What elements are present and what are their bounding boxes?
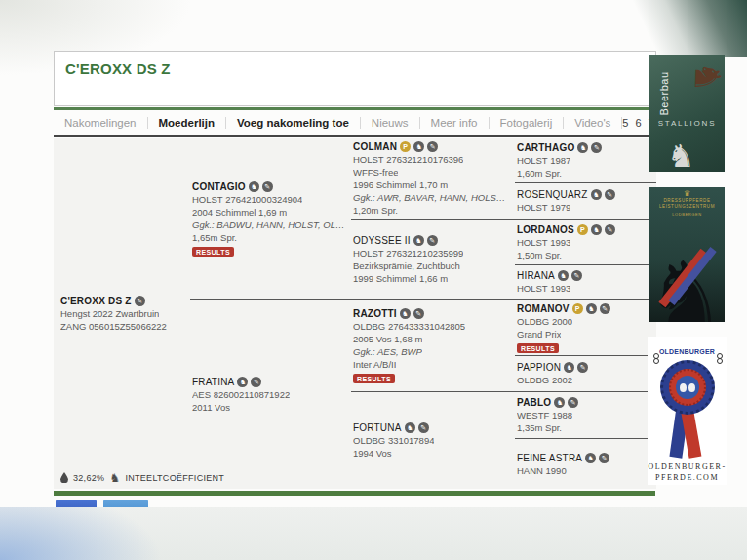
edit-icon[interactable]: ✎ <box>135 296 145 306</box>
horse-name-link[interactable]: PAPPION <box>517 361 561 374</box>
horse-name-link[interactable]: ROMANOV <box>517 302 570 315</box>
pedigree-icon[interactable]: ♞ <box>591 224 602 235</box>
tab-videos[interactable]: Video's <box>564 117 622 129</box>
results-badge[interactable]: RESULTS <box>353 374 395 383</box>
title-box: C'EROXX DS Z <box>54 51 656 106</box>
horse-detail-line: HOLST 276321210235999 <box>353 247 463 260</box>
tab-moederlijn[interactable]: Moederlijn <box>148 117 227 129</box>
pedigree-icon[interactable]: ♞ <box>564 362 574 373</box>
pedigree-cell-dam: FRATINA♞✎AES 8260021108719222011 Vos <box>190 300 351 489</box>
horse-detail-line: 1996 Schimmel 1,70 m <box>353 179 448 191</box>
results-badge[interactable]: RESULTS <box>517 343 559 353</box>
horse-name-link[interactable]: RAZOTTI <box>353 307 397 320</box>
page-link-5[interactable]: 5 <box>622 117 628 129</box>
tab-nieuws[interactable]: Nieuws <box>361 117 420 129</box>
pedigree-icon[interactable]: ♞ <box>405 422 415 433</box>
edit-icon[interactable]: ✎ <box>413 308 424 319</box>
pedigree-cell-pappion: PAPPION♞✎OLDBG 2002 <box>515 356 656 392</box>
horse-detail-line: HOLST 1993 <box>517 282 570 295</box>
rosette <box>660 360 715 415</box>
pedigree-icon[interactable]: ♞ <box>577 142 588 153</box>
edit-icon[interactable]: ✎ <box>591 142 602 153</box>
pedigree-cell-romanov: ROMANOVP♞✎OLDBG 2000Grand PrixRESULTS <box>515 300 656 356</box>
horse-name-link[interactable]: FORTUNA <box>353 421 402 434</box>
grey-horse-image: ♞ <box>667 142 695 170</box>
tab-meer-info[interactable]: Meer info <box>420 117 490 129</box>
pedigree-icon[interactable]: ♞ <box>585 453 596 463</box>
horse-detail-line: HOLST 1993 <box>517 236 570 249</box>
pedigree-cell-lordanos: LORDANOSP♞✎HOLST 19931,50m Spr. <box>515 220 656 265</box>
pedigree-icon[interactable]: ♞ <box>586 303 597 314</box>
horse-name-link[interactable]: LORDANOS <box>517 223 574 236</box>
tab-fotogalerij[interactable]: Fotogalerij <box>490 117 565 129</box>
chain-icon <box>653 353 657 363</box>
inbreeding-value: 32,62% <box>73 473 104 483</box>
horse-detail-line: HANN 1990 <box>517 464 567 477</box>
pedigree-icon[interactable]: ♞ <box>413 235 424 246</box>
edit-icon[interactable]: ✎ <box>427 141 438 152</box>
horse-name-link[interactable]: HIRANA <box>517 269 555 282</box>
pedigree-cell-razotti: RAZOTTI♞✎OLDBG 2764333310428052005 Vos 1… <box>351 300 515 392</box>
background-gradient <box>630 0 747 57</box>
horse-name-link[interactable]: FEINE ASTRA <box>517 452 582 464</box>
horse-detail-line: AES 826002110871922 <box>192 388 290 401</box>
pedigree-icon[interactable]: ♞ <box>558 270 569 281</box>
horse-name-link[interactable]: CARTHAGO <box>517 141 574 154</box>
horse-detail-line: 2004 Schimmel 1,69 m <box>192 206 287 219</box>
pedigree-icon[interactable]: ♞ <box>400 308 411 319</box>
results-badge[interactable]: RESULTS <box>192 247 234 257</box>
pedigree-cell-subject: C'EROXX DS Z✎Hengst 2022 ZwartbruinZANG … <box>54 138 190 489</box>
tab-nakomelingen[interactable]: Nakomelingen <box>54 117 148 129</box>
pedigree-icon[interactable]: ♞ <box>249 181 259 192</box>
edit-icon[interactable]: ✎ <box>577 362 588 373</box>
pedigree-cell-odyssee: ODYSSEE II♞✎HOLST 276321210235999Bezirks… <box>351 220 515 300</box>
premium-icon: P <box>400 141 411 152</box>
horse-name-link[interactable]: FRATINA <box>192 376 234 388</box>
page-link-6[interactable]: 6 <box>635 117 641 129</box>
horse-detail-line: HOLST 276321210176396 <box>353 153 463 166</box>
horse-detail-line: Bezirksprämie, Zuchtbuch <box>353 260 460 272</box>
horse-name-link[interactable]: COLMAN <box>353 140 397 153</box>
edit-icon[interactable]: ✎ <box>605 189 615 200</box>
banner-line3: LODBERGEN <box>649 212 725 218</box>
edit-icon[interactable]: ✎ <box>571 270 582 281</box>
horse-detail-line: OLDBG 2000 <box>517 315 572 328</box>
banner-oldenburger-ad[interactable]: OLDENBURGER AUKTION OLDENBURGER- PFERDE.… <box>648 337 727 485</box>
horse-name-link[interactable]: CONTAGIO <box>192 180 246 193</box>
pedigree-cell-rosenquarz: ROSENQUARZ♞✎HOLST 1979 <box>515 183 656 220</box>
oldenburger-brand: OLDENBURGER <box>659 348 715 355</box>
horse-detail-line: OLDBG 2002 <box>517 374 572 386</box>
pedigree-icon[interactable]: ♞ <box>591 189 602 200</box>
horse-name-link[interactable]: PABLO <box>517 396 551 409</box>
pedigree-icon[interactable]: ♞ <box>554 397 565 408</box>
edit-icon[interactable]: ✎ <box>600 303 610 314</box>
horse-detail-line: 1999 Schimmel 1,66 m <box>353 272 448 285</box>
tab-voeg-nakomeling-toe[interactable]: Voeg nakomeling toe <box>226 117 361 129</box>
pedigree-cell-sire: CONTAGIO♞✎HOLST 2764210003249042004 Schi… <box>190 138 351 300</box>
banner-stallions-ad[interactable]: ♞ Beerbau STALLIONS ♞ <box>649 55 725 172</box>
horse-name-link[interactable]: C'EROXX DS Z <box>60 295 132 307</box>
horse-name-link[interactable]: ROSENQUARZ <box>517 188 588 201</box>
drop-icon <box>60 472 68 483</box>
premium-icon: P <box>577 224 588 235</box>
pedigree-cell-hirana: HIRANA♞✎HOLST 1993 <box>515 265 656 300</box>
horse-detail-line: 1994 Vos <box>353 447 392 460</box>
pedigree-icon[interactable]: ♞ <box>237 377 248 387</box>
edit-icon[interactable]: ✎ <box>251 377 261 387</box>
edit-icon[interactable]: ✎ <box>605 224 615 235</box>
edit-icon[interactable]: ✎ <box>568 397 578 408</box>
pedigree-icon[interactable]: ♞ <box>413 141 424 152</box>
horse-name-link[interactable]: ODYSSEE II <box>353 234 411 247</box>
banner-lodbergen-ad[interactable]: ♛ DRESSURPFERDE LEISTUNGSZENTRUM LODBERG… <box>649 187 725 322</box>
jumping-horse-image: ♞ <box>691 60 722 93</box>
divider-bottom <box>54 491 655 496</box>
horse-detail-line: Ggk.: BADWU, HANN, HOLST, OLDBG, OS, RHE… <box>192 219 345 231</box>
edit-icon[interactable]: ✎ <box>427 235 438 246</box>
edit-icon[interactable]: ✎ <box>262 181 273 192</box>
horse-detail-line: 2011 Vos <box>192 401 230 414</box>
horse-detail-line: OLDBG 331017894 <box>353 434 434 447</box>
edit-icon[interactable]: ✎ <box>599 453 609 463</box>
pedigree-page: C'EROXX DS Z Nakomelingen Moederlijn Voe… <box>0 0 747 560</box>
horse-detail-line: HOLST 1979 <box>517 201 570 214</box>
edit-icon[interactable]: ✎ <box>418 422 429 433</box>
